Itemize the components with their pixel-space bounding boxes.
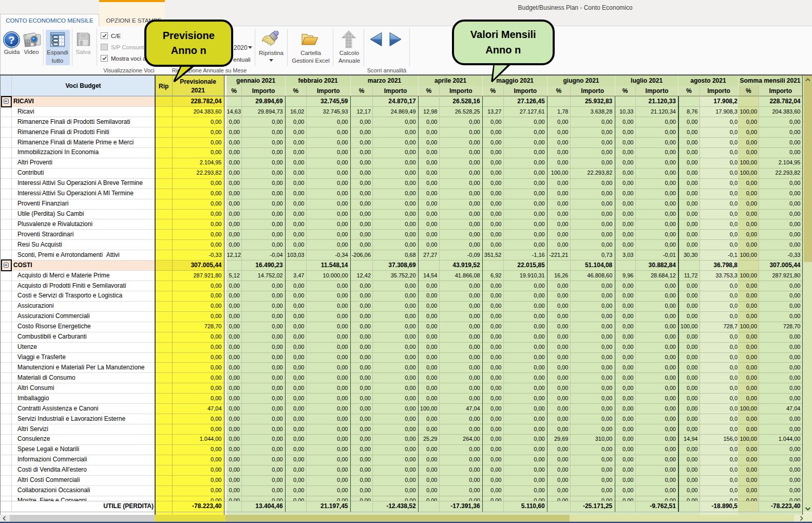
- svg-text:?: ?: [8, 34, 15, 46]
